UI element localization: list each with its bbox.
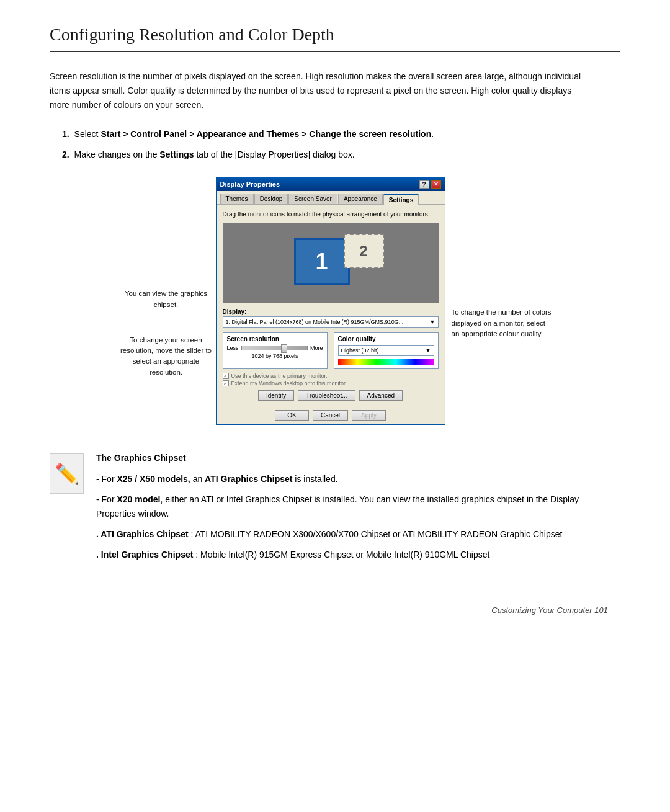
checkbox-extend-box[interactable]: ✓ bbox=[223, 380, 229, 386]
x25-x50-bold: X25 / X50 models, bbox=[117, 474, 190, 484]
dialog-section: You can view the graphics chipset. To ch… bbox=[50, 177, 620, 425]
more-label: More bbox=[310, 345, 323, 351]
monitor-area: 1 2 bbox=[223, 223, 439, 303]
left-annotation-2: To change your screen resolution, move t… bbox=[117, 335, 216, 378]
titlebar-left: Display Properties bbox=[220, 181, 280, 188]
note-section: ✏️ The Graphics Chipset - For X25 / X50 … bbox=[50, 445, 620, 568]
display-properties-dialog: Display Properties ? ✕ Themes Desktop Sc… bbox=[216, 177, 445, 425]
step-1: 1. Select Start > Control Panel > Appear… bbox=[62, 127, 620, 141]
note-line-1: - For X25 / X50 models, an ATI Graphics … bbox=[96, 472, 620, 486]
slider-row: Less More bbox=[227, 345, 323, 351]
ok-button[interactable]: OK bbox=[275, 410, 309, 421]
color-quality-dropdown[interactable]: Highest (32 bit) ▼ bbox=[338, 345, 434, 356]
tab-screensaver[interactable]: Screen Saver bbox=[288, 194, 337, 204]
ati-label-bold: . ATI Graphics Chipset bbox=[96, 529, 189, 539]
color-quality-value: Highest (32 bit) bbox=[341, 347, 379, 354]
left-annotation-1: You can view the graphics chipset. bbox=[117, 288, 216, 310]
dialog-content: Drag the monitor icons to match the phys… bbox=[217, 205, 445, 406]
intro-paragraph: Screen resolution is the number of pixel… bbox=[50, 69, 583, 112]
screen-resolution-label: Screen resolution bbox=[227, 336, 323, 342]
color-quality-col: Color quality Highest (32 bit) ▼ bbox=[334, 332, 439, 369]
display-dropdown[interactable]: 1. Digital Flat Panel (1024x768) on Mobi… bbox=[223, 316, 439, 328]
checkbox-extend[interactable]: ✓ Extend my Windows desktop onto this mo… bbox=[223, 380, 439, 386]
intel-label-bold: . Intel Graphics Chipset bbox=[96, 550, 193, 560]
checkbox-primary-label: Use this device as the primary monitor. bbox=[231, 373, 328, 379]
ati-chipset-bold: ATI Graphics Chipset bbox=[205, 474, 292, 484]
middle-buttons: Identify Troubleshoot... Advanced bbox=[223, 390, 439, 401]
note-line-4: . Intel Graphics Chipset : Mobile Intel(… bbox=[96, 548, 620, 562]
step-2-number: 2. bbox=[62, 149, 69, 159]
step-1-bold: Start > Control Panel > Appearance and T… bbox=[100, 129, 431, 139]
dialog-instruction: Drag the monitor icons to match the phys… bbox=[223, 211, 439, 218]
monitor-1-icon[interactable]: 1 bbox=[294, 238, 350, 285]
checkbox-extend-label: Extend my Windows desktop onto this moni… bbox=[231, 380, 347, 386]
tab-settings[interactable]: Settings bbox=[383, 194, 419, 205]
dropdown-arrow: ▼ bbox=[430, 319, 436, 325]
apply-button[interactable]: Apply bbox=[352, 410, 386, 421]
color-bar bbox=[338, 359, 434, 365]
note-line-2: - For X20 model, either an ATI or Intel … bbox=[96, 493, 620, 521]
x20-bold: X20 model bbox=[117, 494, 160, 504]
checkbox-primary-box[interactable]: ✓ bbox=[223, 373, 229, 379]
note-line-3: . ATI Graphics Chipset : ATI MOBILITY RA… bbox=[96, 527, 620, 542]
tabs-bar: Themes Desktop Screen Saver Appearance S… bbox=[217, 191, 445, 205]
tab-themes[interactable]: Themes bbox=[220, 194, 254, 204]
resolution-value: 1024 by 768 pixels bbox=[227, 353, 323, 359]
cancel-button[interactable]: Cancel bbox=[313, 410, 348, 421]
resolution-slider-thumb[interactable] bbox=[281, 344, 287, 353]
left-annotation: You can view the graphics chipset. To ch… bbox=[117, 177, 216, 378]
tab-desktop[interactable]: Desktop bbox=[254, 194, 288, 204]
settings-row: Screen resolution Less More 1024 by 768 … bbox=[223, 332, 439, 369]
troubleshoot-button[interactable]: Troubleshoot... bbox=[298, 390, 355, 401]
screen-resolution-col: Screen resolution Less More 1024 by 768 … bbox=[223, 332, 328, 369]
bottom-buttons: OK Cancel Apply bbox=[217, 406, 445, 424]
display-label: Display: bbox=[223, 308, 439, 315]
close-button[interactable]: ✕ bbox=[431, 180, 441, 189]
resolution-slider-track[interactable] bbox=[241, 346, 308, 350]
help-button[interactable]: ? bbox=[419, 180, 429, 189]
monitor-2-icon[interactable]: 2 bbox=[344, 234, 384, 268]
note-content: The Graphics Chipset - For X25 / X50 mod… bbox=[96, 451, 620, 568]
dialog-titlebar: Display Properties ? ✕ bbox=[217, 177, 445, 191]
step-1-number: 1. bbox=[62, 129, 69, 139]
right-annotation: To change the number of colors displayed… bbox=[445, 177, 554, 339]
note-title: The Graphics Chipset bbox=[96, 451, 620, 465]
note-icon: ✏️ bbox=[50, 453, 84, 494]
advanced-button[interactable]: Advanced bbox=[359, 390, 403, 401]
page-title: Configuring Resolution and Color Depth bbox=[50, 25, 620, 52]
color-dropdown-arrow: ▼ bbox=[426, 347, 431, 354]
color-quality-label: Color quality bbox=[338, 336, 434, 342]
pencil-icon: ✏️ bbox=[55, 462, 79, 486]
checkbox-primary[interactable]: ✓ Use this device as the primary monitor… bbox=[223, 373, 439, 379]
tab-appearance[interactable]: Appearance bbox=[338, 194, 383, 204]
display-value: 1. Digital Flat Panel (1024x768) on Mobi… bbox=[226, 319, 404, 325]
step-2: 2. Make changes on the Settings tab of t… bbox=[62, 148, 620, 162]
less-label: Less bbox=[227, 345, 239, 351]
step-2-bold: Settings bbox=[159, 149, 194, 159]
titlebar-controls: ? ✕ bbox=[419, 180, 441, 189]
identify-button[interactable]: Identify bbox=[258, 390, 294, 401]
note-title-bold: The Graphics Chipset bbox=[96, 453, 186, 463]
dialog-title: Display Properties bbox=[220, 181, 280, 188]
page-footer: Customizing Your Computer 101 bbox=[50, 605, 620, 615]
